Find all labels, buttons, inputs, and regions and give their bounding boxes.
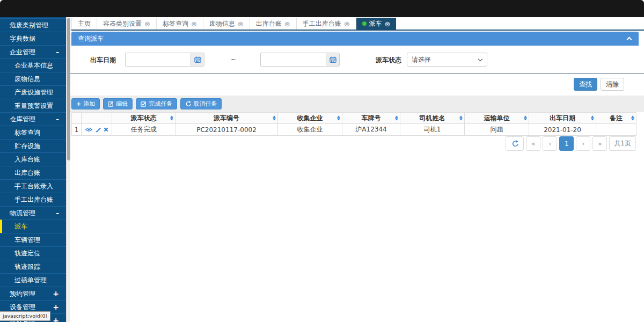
sidebar-item-track-tracking[interactable]: 轨迹跟踪	[0, 260, 66, 273]
sidebar-item-weight-warning-settings[interactable]: 重量预警设置	[0, 99, 66, 112]
sidebar-item-dispatch[interactable]: 派车	[0, 219, 66, 233]
window-titlebar	[0, 0, 644, 17]
cell-driver-name: 司机1	[400, 124, 465, 136]
header-collect-company[interactable]: 收集企业	[278, 113, 342, 124]
expand-plus-icon[interactable]: +	[53, 314, 59, 322]
tab-container-category-settings[interactable]: 容器类别设置⊗	[97, 18, 157, 30]
delete-x-icon[interactable]	[104, 127, 108, 132]
row-number-cell: 1	[72, 124, 82, 136]
collapse-minus-icon[interactable]: -	[56, 113, 59, 126]
sidebar-item-warehouse-management[interactable]: 仓库管理-	[0, 112, 66, 126]
header-driver-name[interactable]: 司机姓名	[400, 113, 465, 124]
collapse-chevron-icon[interactable]	[627, 37, 632, 42]
sidebar-item-enterprise-management[interactable]: 企业管理-	[0, 45, 66, 58]
calendar-button[interactable]	[191, 53, 204, 67]
cell-transport-unit: 问题	[465, 124, 529, 136]
sidebar-item-enterprise-basic-info[interactable]: 企业基本信息	[0, 58, 66, 72]
first-page-button[interactable]: «	[526, 136, 540, 151]
sort-icon[interactable]	[524, 116, 527, 121]
tab-label-query[interactable]: 标签查询⊗	[157, 18, 203, 30]
tab-close-icon[interactable]: ⊗	[144, 20, 150, 27]
view-eye-icon[interactable]	[85, 127, 92, 132]
header-actions	[82, 113, 112, 124]
sidebar-item-logistics-management[interactable]: 物流管理-	[0, 206, 66, 219]
sidebar-scrollbar[interactable]	[66, 17, 70, 322]
header-plate-number[interactable]: 车牌号	[342, 113, 400, 124]
tab-bar: 主页 容器类别设置⊗ 标签查询⊗ 废物信息⊗ 出库台账⊗ 手工出库台账⊗ 派车⊗	[71, 18, 644, 31]
tab-close-icon[interactable]: ⊗	[344, 20, 350, 27]
filter-form: 出车日期 ~ 派车状态 请选择	[71, 46, 639, 74]
sidebar-item-dictionary-data[interactable]: 字典数据	[0, 32, 66, 45]
cancel-task-button[interactable]: 取消任务	[180, 98, 222, 109]
page-1-button[interactable]: 1	[559, 136, 574, 151]
table-row[interactable]: 1 任务完成 PC20210117-0002 收集企业 沪A12344 司机1 …	[72, 124, 636, 136]
date-range-separator: ~	[231, 56, 236, 63]
tab-home[interactable]: 主页	[71, 18, 97, 30]
row-actions-cell	[82, 124, 112, 136]
collapse-minus-icon[interactable]: -	[56, 207, 59, 219]
sidebar-item-manual-ledger-entry[interactable]: 手工台账录入	[0, 179, 66, 193]
sort-icon[interactable]	[170, 116, 173, 121]
calendar-button[interactable]	[326, 53, 340, 67]
prev-page-button[interactable]: ‹	[543, 136, 557, 151]
tab-close-icon[interactable]: ⊗	[385, 20, 391, 27]
header-dispatch-status[interactable]: 派车状态	[112, 113, 175, 124]
sidebar-item-outbound-ledger[interactable]: 出库台账	[0, 166, 66, 179]
sidebar-item-waste-facility-management[interactable]: 产废设施管理	[0, 85, 66, 99]
header-dispatch-number[interactable]: 派车编号	[175, 113, 278, 124]
header-depart-date[interactable]: 出车日期	[529, 113, 596, 124]
sidebar-item-inbound-ledger[interactable]: 入库台账	[0, 152, 66, 166]
collapse-minus-icon[interactable]: -	[56, 46, 59, 58]
cancel-refresh-icon	[185, 101, 191, 107]
tab-close-icon[interactable]: ⊗	[191, 20, 197, 27]
total-pages-label: 共1页	[609, 136, 636, 151]
sidebar-item-hazardous-waste-category[interactable]: 危废类别管理	[0, 18, 66, 32]
sort-icon[interactable]	[395, 116, 398, 121]
sidebar-item-storage-facility[interactable]: 贮存设施	[0, 139, 66, 152]
cell-dispatch-status: 任务完成	[112, 124, 175, 136]
pagination: « ‹ 1 › » 共1页	[506, 136, 636, 151]
sidebar-item-weighbridge-management[interactable]: 过磅单管理	[0, 273, 66, 287]
tab-dispatch[interactable]: 派车⊗	[356, 18, 397, 30]
sort-icon[interactable]	[337, 116, 340, 121]
expand-plus-icon[interactable]: +	[53, 301, 59, 313]
active-tab-dot-icon	[362, 21, 367, 26]
refresh-button[interactable]	[506, 136, 524, 151]
edit-pencil-icon[interactable]	[95, 127, 101, 133]
sort-icon[interactable]	[631, 116, 634, 121]
header-row-number	[72, 113, 82, 124]
tab-waste-info[interactable]: 废物信息⊗	[203, 18, 250, 30]
edit-button[interactable]: 编辑	[103, 98, 133, 109]
sort-icon[interactable]	[591, 116, 594, 121]
tab-manual-outbound-ledger[interactable]: 手工出库台账⊗	[297, 18, 356, 30]
sort-icon[interactable]	[273, 116, 276, 121]
sidebar-item-label-query[interactable]: 标签查询	[0, 126, 66, 139]
sidebar-item-track-positioning[interactable]: 轨迹定位	[0, 246, 66, 260]
sort-icon[interactable]	[459, 116, 463, 121]
complete-task-button[interactable]: 完成任务	[136, 98, 177, 109]
sidebar-item-reservation-management[interactable]: 预约管理+	[0, 287, 66, 300]
next-page-button[interactable]: ›	[576, 136, 590, 151]
depart-date-start-group	[125, 53, 204, 67]
tab-close-icon[interactable]: ⊗	[284, 20, 290, 27]
sidebar-item-waste-info[interactable]: 废物信息	[0, 72, 66, 85]
panel-divider	[70, 74, 644, 74]
calendar-icon	[194, 56, 201, 63]
search-button[interactable]: 查找	[574, 78, 597, 91]
tab-outbound-ledger[interactable]: 出库台账⊗	[250, 18, 297, 30]
tab-close-icon[interactable]: ⊗	[238, 20, 244, 27]
header-remark[interactable]: 备注	[596, 113, 636, 124]
dispatch-status-select[interactable]: 请选择	[407, 53, 487, 67]
sidebar-item-manual-outbound-ledger[interactable]: 手工出库台账	[0, 193, 66, 206]
last-page-button[interactable]: »	[592, 136, 607, 151]
depart-date-end-input[interactable]	[260, 53, 326, 67]
add-button[interactable]: +添加	[71, 98, 100, 109]
cell-plate-number: 沪A12344	[342, 124, 400, 136]
sidebar-item-vehicle-management[interactable]: 车辆管理	[0, 233, 66, 246]
table-toolbar: +添加 编辑 完成任务 取消任务	[71, 98, 222, 109]
header-transport-unit[interactable]: 运输单位	[465, 113, 529, 124]
expand-plus-icon[interactable]: +	[53, 287, 59, 300]
depart-date-start-input[interactable]	[125, 53, 191, 67]
dispatch-table: 派车状态 派车编号 收集企业 车牌号 司机姓名 运输单位 出车日期 备注 1 任…	[71, 112, 636, 136]
clear-button[interactable]: 清除	[601, 78, 624, 91]
